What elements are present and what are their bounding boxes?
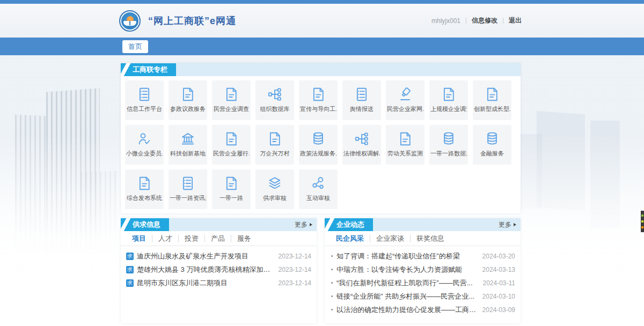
- app-tile[interactable]: 法律维权调解...: [342, 125, 381, 165]
- app-tile-label: 一带一路: [219, 194, 243, 202]
- fic-column-panel: 工商联专栏 信息工作平台参政议政服务民营企业调查组织数据库宣传与导向工...舆情…: [121, 63, 521, 213]
- app-tile-label: 科技创新基地: [170, 150, 206, 158]
- tab-产品[interactable]: 产品: [204, 235, 231, 242]
- layers-icon: [267, 175, 283, 192]
- enterprise-news-item[interactable]: 中瑞方胜：以专注铸专长为人力资源赋能2024-03-13: [330, 263, 515, 276]
- doc-lines-icon: [223, 130, 239, 147]
- supply-demand-item[interactable]: 求昆明市东川区东川港二期项目2023-12-14: [126, 276, 311, 290]
- app-tile[interactable]: 政策法规服务...: [299, 125, 338, 165]
- doc-lines-icon: [441, 86, 457, 103]
- profile-edit-link[interactable]: 信息修改: [472, 16, 497, 25]
- app-tile[interactable]: 互动审核: [299, 169, 338, 209]
- item-title: 楚雄州大姚县 3 万吨优质薄壳核桃精深加工及科...: [137, 265, 273, 275]
- user-info: mhlyjx001 信息修改 退出: [431, 16, 522, 25]
- item-date: 2023-12-14: [279, 253, 311, 260]
- person-check-icon: [136, 130, 152, 147]
- header: “网上工商联”e网通 mhlyjx001 信息修改 退出: [0, 4, 644, 38]
- edge-widget[interactable]: [641, 211, 644, 232]
- app-tile[interactable]: 小微企业委员...: [125, 125, 164, 165]
- enterprise-news-list: 知了背调：搭建起“传递职业信任”的桥梁2024-03-20中瑞方胜：以专注铸专长…: [325, 246, 521, 316]
- supply-demand-item[interactable]: 求迪庆州山泉水及矿泉水生产开发项目2023-12-14: [126, 249, 311, 263]
- panel-header: 企业动态 更多: [325, 218, 521, 231]
- app-tile[interactable]: 参政议政服务: [169, 80, 207, 120]
- bullet-icon: [331, 255, 333, 257]
- app-tile[interactable]: 民营企业履行...: [212, 125, 251, 165]
- app-tile[interactable]: 上规模企业调查: [429, 80, 468, 120]
- app-tile[interactable]: 一带一路数据库: [429, 125, 468, 165]
- app-tile[interactable]: 信息工作平台: [125, 80, 164, 120]
- tab-民企风采[interactable]: 民企风采: [330, 235, 370, 242]
- app-tile-label: 政策法规服务...: [300, 150, 336, 158]
- nav-tab-home[interactable]: 首页: [122, 40, 148, 53]
- doc-lines-icon: [180, 86, 196, 103]
- enterprise-news-item[interactable]: 以法治的确定性助力提信心促发展——工商联...2024-03-09: [330, 303, 515, 316]
- demand-badge: 求: [126, 279, 134, 287]
- app-tile-label: 上规模企业调查: [430, 105, 467, 113]
- doc-list-icon: [136, 86, 152, 103]
- panel-header: 工商联专栏: [121, 63, 521, 76]
- app-tile[interactable]: 创新型成长型...: [473, 80, 511, 120]
- app-tile-label: 金融服务: [480, 150, 504, 158]
- app-tile[interactable]: 宣传与导向工...: [299, 80, 338, 120]
- item-date: 2023-12-14: [279, 279, 311, 287]
- coins-icon: [310, 130, 326, 147]
- tab-服务[interactable]: 服务: [231, 235, 257, 242]
- doc-lines-icon: [267, 130, 283, 147]
- doc-lines-icon: [484, 86, 500, 103]
- panel-title: 企业动态: [325, 218, 373, 231]
- bullet-icon: [331, 282, 333, 284]
- enterprise-news-item[interactable]: “我们在新时代新征程上凯歌而行”——民营...2024-03-11: [330, 276, 515, 290]
- supply-demand-tabs: 项目人才投资产品服务: [121, 231, 317, 246]
- app-tile[interactable]: 组织数据库: [255, 80, 294, 120]
- edge-widget-dot: [641, 226, 643, 228]
- app-tile[interactable]: 一带一路资讯库: [169, 169, 207, 209]
- app-tile[interactable]: 万企兴万村: [255, 125, 294, 165]
- app-tile-label: 供求审核: [263, 194, 287, 202]
- item-title: 以法治的确定性助力提信心促发展——工商联...: [336, 305, 477, 315]
- logout-link[interactable]: 退出: [509, 16, 522, 25]
- item-date: 2023-12-14: [279, 266, 311, 273]
- divider: [503, 18, 503, 24]
- panel-header: 供求信息 更多: [121, 218, 317, 231]
- demand-badge: 求: [126, 266, 134, 273]
- tab-人才[interactable]: 人才: [152, 235, 178, 242]
- doc-list-icon: [354, 86, 370, 103]
- supply-demand-item[interactable]: 求楚雄州大姚县 3 万吨优质薄壳核桃精深加工及科...2023-12-14: [126, 263, 311, 276]
- tab-获奖信息[interactable]: 获奖信息: [410, 235, 450, 242]
- supply-demand-panel: 供求信息 更多 项目人才投资产品服务 求迪庆州山泉水及矿泉水生产开发项目2023…: [121, 218, 317, 323]
- logo-wing-icon: [123, 21, 136, 26]
- app-tile[interactable]: 一带一路: [212, 169, 251, 209]
- app-tile-label: 一带一路资讯库: [170, 194, 206, 202]
- app-tile[interactable]: 民营企业调查: [212, 80, 251, 120]
- supply-demand-more-link[interactable]: 更多: [295, 220, 312, 229]
- tab-投资[interactable]: 投资: [178, 235, 204, 242]
- enterprise-news-item[interactable]: 知了背调：搭建起“传递职业信任”的桥梁2024-03-20: [330, 249, 515, 263]
- tab-项目[interactable]: 项目: [126, 235, 152, 242]
- coins-icon: [441, 130, 457, 147]
- app-tile[interactable]: 供求审核: [255, 169, 294, 209]
- doc-lines-icon: [223, 86, 239, 103]
- share-nodes-icon: [310, 175, 326, 192]
- app-tile[interactable]: 综合发布系统: [125, 169, 164, 209]
- tab-企业家谈[interactable]: 企业家谈: [370, 235, 410, 242]
- enterprise-news-tabs: 民企风采企业家谈获奖信息: [325, 231, 521, 246]
- app-tile-label: 宣传与导向工...: [300, 105, 336, 113]
- username: mhlyjx001: [431, 17, 460, 25]
- org-chart-icon: [354, 130, 370, 147]
- doc-lines-icon: [136, 175, 152, 192]
- app-tile[interactable]: 民营企业家网...: [386, 80, 425, 120]
- app-tile[interactable]: 科技创新基地: [169, 125, 207, 165]
- enterprise-news-item[interactable]: 链接“企业所能” 共助乡村振兴——民营企业...2024-03-10: [330, 290, 515, 303]
- app-tile-label: 综合发布系统: [127, 194, 162, 202]
- coins-icon: [484, 130, 500, 147]
- app-tile[interactable]: 舆情报送: [342, 80, 381, 120]
- item-date: 2024-03-10: [482, 293, 515, 300]
- enterprise-news-more-link[interactable]: 更多: [499, 220, 516, 229]
- app-tile[interactable]: 金融服务: [473, 125, 511, 165]
- app-grid: 信息工作平台参政议政服务民营企业调查组织数据库宣传与导向工...舆情报送民营企业…: [121, 76, 521, 213]
- app-tile-label: 组织数据库: [260, 105, 290, 113]
- item-title: 中瑞方胜：以专注铸专长为人力资源赋能: [336, 265, 477, 275]
- more-label: 更多: [499, 220, 511, 229]
- more-arrow-icon: [514, 223, 516, 226]
- app-tile[interactable]: 劳动关系监测: [386, 125, 425, 165]
